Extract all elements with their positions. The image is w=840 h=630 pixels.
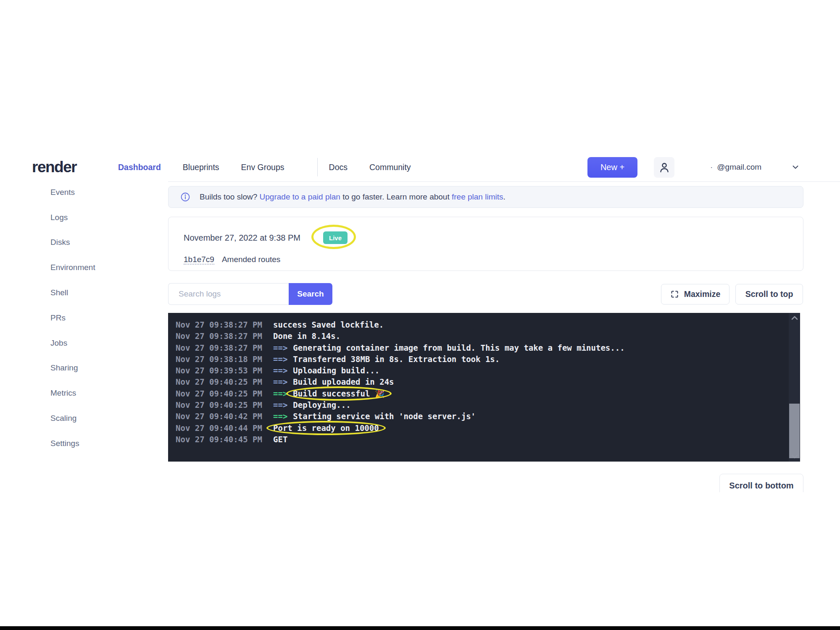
sidebar-item[interactable]: Jobs xyxy=(0,331,168,356)
log-timestamp: Nov 27 09:38:27 PM xyxy=(176,319,273,331)
primary-nav: Dashboard Blueprints Env Groups Docs Com… xyxy=(118,153,411,181)
deploy-timestamp: November 27, 2022 at 9:38 PM xyxy=(184,233,300,243)
log-line: Nov 27 09:40:45 PMGET xyxy=(176,434,782,445)
sidebar-item[interactable]: Sharing xyxy=(0,356,168,381)
sidebar-item[interactable]: Metrics xyxy=(0,381,168,406)
log-timestamp: Nov 27 09:38:18 PM xyxy=(176,354,273,365)
sidebar-item[interactable]: Scaling xyxy=(0,406,168,431)
log-line: Nov 27 09:40:25 PM==>Build successful 🎉 xyxy=(176,388,782,399)
log-arrow: ==> xyxy=(273,389,287,398)
account-email: @gmail.com xyxy=(717,163,761,172)
fullscreen-icon xyxy=(670,290,679,299)
log-timestamp: Nov 27 09:38:27 PM xyxy=(176,331,273,342)
nav-link[interactable]: Dashboard xyxy=(118,158,161,176)
log-message: Done in 8.14s. xyxy=(273,331,340,341)
service-sidebar: Events Logs Disks Environment Shell PRs … xyxy=(0,180,168,456)
search-button[interactable]: Search xyxy=(289,283,332,305)
info-icon xyxy=(180,192,190,202)
new-button[interactable]: New + xyxy=(587,157,637,178)
log-timestamp: Nov 27 09:38:27 PM xyxy=(176,342,273,354)
log-timestamp: Nov 27 09:39:53 PM xyxy=(176,365,273,376)
log-message: Starting service with 'node server.js' xyxy=(293,412,476,421)
nav-link[interactable]: Blueprints xyxy=(183,158,219,176)
log-output: Nov 27 09:38:27 PMsuccess Saved lockfile… xyxy=(168,313,800,445)
log-message: Uploading build... xyxy=(293,366,379,375)
log-arrow: ==> xyxy=(273,354,287,364)
log-terminal: Nov 27 09:38:27 PMsuccess Saved lockfile… xyxy=(168,313,800,462)
nav-link[interactable]: Env Groups xyxy=(241,158,284,176)
log-message: Deploying... xyxy=(293,400,350,410)
scroll-to-bottom-button[interactable]: Scroll to bottom xyxy=(719,474,803,498)
account-avatar-button[interactable] xyxy=(654,157,674,178)
account-prefix-dot: · xyxy=(710,163,713,172)
log-line: Nov 27 09:38:27 PMDone in 8.14s. xyxy=(176,331,782,342)
person-icon xyxy=(658,161,671,174)
log-arrow: ==> xyxy=(273,400,287,410)
log-line: Nov 27 09:40:25 PM==>Build uploaded in 2… xyxy=(176,376,782,388)
log-timestamp: Nov 27 09:40:44 PM xyxy=(176,423,273,434)
log-message: success Saved lockfile. xyxy=(273,320,384,329)
free-plan-limits-link[interactable]: free plan limits xyxy=(452,192,503,202)
log-timestamp: Nov 27 09:40:25 PM xyxy=(176,376,273,388)
log-timestamp: Nov 27 09:40:25 PM xyxy=(176,388,273,399)
nav-link[interactable]: Docs xyxy=(317,158,348,176)
log-line: Nov 27 09:40:44 PMPort is ready on 10000 xyxy=(176,423,782,434)
sidebar-item[interactable]: Shell xyxy=(0,280,168,305)
log-arrow: ==> xyxy=(273,343,287,352)
scrollbar-thumb[interactable] xyxy=(789,404,800,458)
log-timestamp: Nov 27 09:40:25 PM xyxy=(176,399,273,411)
commit-row: 1b1e7c9Amended routes xyxy=(184,255,280,264)
account-menu[interactable]: · @gmail.com xyxy=(710,153,761,181)
log-message: Generating container image from build. T… xyxy=(293,343,624,352)
log-arrow: ==> xyxy=(273,377,287,386)
log-timestamp: Nov 27 09:40:45 PM xyxy=(176,434,273,445)
top-nav: render Dashboard Blueprints Env Groups D… xyxy=(0,153,840,182)
maximize-label: Maximize xyxy=(684,289,721,299)
commit-message: Amended routes xyxy=(222,255,280,264)
log-message: GET xyxy=(273,435,287,444)
banner-text: Builds too slow? xyxy=(200,192,260,202)
banner-text: . xyxy=(503,192,505,202)
search-logs-input[interactable] xyxy=(168,283,289,305)
scroll-to-top-button[interactable]: Scroll to top xyxy=(735,284,803,304)
log-line: Nov 27 09:38:27 PMsuccess Saved lockfile… xyxy=(176,319,782,331)
terminal-scrollbar[interactable] xyxy=(789,313,800,462)
scrollbar-up-arrow-icon[interactable] xyxy=(789,314,800,322)
sidebar-item[interactable]: Environment xyxy=(0,255,168,280)
log-arrow: ==> xyxy=(273,366,287,375)
log-line: Nov 27 09:38:27 PM==>Generating containe… xyxy=(176,342,782,354)
log-arrow: ==> xyxy=(273,412,287,421)
upgrade-plan-link[interactable]: Upgrade to a paid plan xyxy=(260,192,340,202)
upgrade-banner: Builds too slow? Upgrade to a paid plan … xyxy=(168,186,803,208)
deploy-card: November 27, 2022 at 9:38 PM Live 1b1e7c… xyxy=(168,217,803,271)
chevron-down-icon[interactable] xyxy=(791,163,800,173)
sidebar-item[interactable]: Events xyxy=(0,180,168,205)
log-line: Nov 27 09:40:25 PM==>Deploying... xyxy=(176,399,782,411)
nav-link[interactable]: Community xyxy=(369,158,411,176)
maximize-button[interactable]: Maximize xyxy=(661,284,729,304)
banner-text: to go faster. Learn more about xyxy=(340,192,452,202)
sidebar-item[interactable]: Settings xyxy=(0,431,168,456)
sidebar-item[interactable]: Disks xyxy=(0,230,168,255)
live-status-badge: Live xyxy=(323,231,348,244)
log-timestamp: Nov 27 09:40:42 PM xyxy=(176,411,273,422)
log-message: Build successful 🎉 xyxy=(293,389,384,398)
sidebar-item[interactable]: PRs xyxy=(0,305,168,331)
screenshot-bottom-bar xyxy=(0,626,840,630)
scrollbar-down-arrow-icon[interactable] xyxy=(789,452,800,461)
sidebar-item[interactable]: Logs xyxy=(0,205,168,230)
log-line: Nov 27 09:39:53 PM==>Uploading build... xyxy=(176,365,782,376)
log-message: Build uploaded in 24s xyxy=(293,377,394,386)
log-line: Nov 27 09:40:42 PM==>Starting service wi… xyxy=(176,411,782,422)
render-logo[interactable]: render xyxy=(32,158,76,176)
log-message: Port is ready on 10000 xyxy=(273,423,379,433)
commit-hash-link[interactable]: 1b1e7c9 xyxy=(184,255,214,265)
log-line: Nov 27 09:38:18 PM==>Transferred 38MB in… xyxy=(176,354,782,365)
log-message: Transferred 38MB in 8s. Extraction took … xyxy=(293,354,500,364)
